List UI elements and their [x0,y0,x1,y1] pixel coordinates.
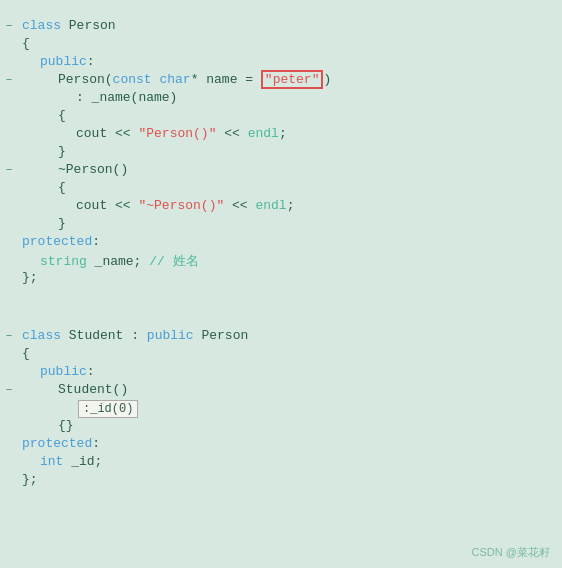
code-line: :_id(0) [0,400,562,418]
tooltip: :_id(0) [78,400,138,418]
code-content: string _name; // 姓名 [18,252,199,270]
fold-gutter[interactable]: − [0,384,18,396]
watermark: CSDN @菜花籽 [472,545,550,560]
code-content: { [18,36,30,51]
code-content: Student() [18,382,128,397]
code-line: cout << "Person()" << endl; [0,126,562,144]
code-editor: −class Person{public:−Person(const char*… [0,8,562,504]
code-content: } [18,144,66,159]
code-content: int _id; [18,454,102,469]
code-content: cout << "~Person()" << endl; [18,198,295,213]
code-content: protected: [18,234,100,249]
code-line: }; [0,270,562,288]
code-content: { [18,346,30,361]
code-line: −~Person() [0,162,562,180]
code-content: : _name(name) [18,90,177,105]
code-line: −class Student : public Person [0,328,562,346]
code-line: int _id; [0,454,562,472]
code-line: { [0,180,562,198]
code-line: −Person(const char* name = "peter") [0,72,562,90]
code-content: class Person [18,18,116,33]
code-content: }; [18,270,38,285]
student-class-block: −class Student : public Person{public:−S… [0,324,562,494]
code-line: protected: [0,436,562,454]
code-content: } [18,216,66,231]
fold-gutter[interactable]: − [0,20,18,32]
code-content: }; [18,472,38,487]
code-line: −class Person [0,18,562,36]
person-class-block: −class Person{public:−Person(const char*… [0,14,562,292]
code-line: public: [0,364,562,382]
code-line: string _name; // 姓名 [0,252,562,270]
code-content: public: [18,54,95,69]
fold-gutter[interactable]: − [0,164,18,176]
code-content: :_id(0) [18,400,138,418]
code-line: } [0,144,562,162]
code-content: {} [18,418,74,433]
code-line: { [0,108,562,126]
code-line: : _name(name) [0,90,562,108]
code-content: public: [18,364,95,379]
code-line: { [0,346,562,364]
code-line: }; [0,472,562,490]
fold-gutter[interactable]: − [0,330,18,342]
code-content: ~Person() [18,162,128,177]
code-line: protected: [0,234,562,252]
code-line: {} [0,418,562,436]
code-line: } [0,216,562,234]
code-line: cout << "~Person()" << endl; [0,198,562,216]
code-line: −Student() [0,382,562,400]
code-content: Person(const char* name = "peter") [18,72,331,87]
code-line: { [0,36,562,54]
default-param-highlight: "peter" [261,70,324,89]
code-content: protected: [18,436,100,451]
fold-gutter[interactable]: − [0,74,18,86]
code-content: { [18,108,66,123]
code-content: cout << "Person()" << endl; [18,126,287,141]
code-content: { [18,180,66,195]
code-content: class Student : public Person [18,328,248,343]
